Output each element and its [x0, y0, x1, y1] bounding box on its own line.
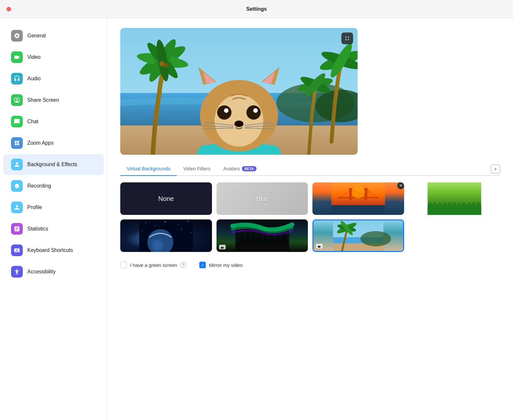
webcam-icon	[219, 245, 226, 249]
sidebar-label-background-effects: Background & Effects	[27, 162, 77, 167]
statistics-icon	[11, 223, 23, 235]
sidebar-label-video: Video	[27, 54, 41, 60]
recording-icon	[11, 180, 23, 192]
sidebar-item-background-effects[interactable]: Background & Effects	[3, 154, 104, 175]
background-grid: None Blur	[120, 182, 500, 252]
background-none[interactable]: None	[120, 182, 212, 215]
gear-icon	[11, 30, 23, 42]
mirror-video-checkbox[interactable]: ✓	[199, 262, 206, 268]
title-bar: Settings	[0, 0, 513, 18]
add-background-button[interactable]	[491, 164, 500, 174]
green-screen-label: I have a green screen	[130, 262, 177, 268]
tab-avatars[interactable]: Avatars BETA	[217, 163, 263, 175]
sidebar-item-audio[interactable]: Audio	[3, 68, 104, 89]
sidebar-item-accessibility[interactable]: Accessibility	[3, 261, 104, 282]
svg-point-28	[217, 105, 231, 120]
keyboard-icon	[11, 244, 23, 256]
profile-icon	[11, 202, 23, 213]
content-area: Virtual Backgrounds Video Filters Avatar…	[107, 18, 513, 420]
svg-point-55	[142, 230, 143, 231]
beta-badge: BETA	[242, 166, 256, 171]
zoom-apps-icon	[11, 137, 23, 149]
svg-point-31	[253, 108, 258, 113]
sidebar-label-share-screen: Share Screen	[27, 97, 59, 103]
sidebar-item-keyboard-shortcuts[interactable]: Keyboard Shortcuts	[3, 240, 104, 261]
sidebar-item-video[interactable]: Video	[3, 47, 104, 68]
webcam-beach-icon	[316, 244, 322, 248]
svg-rect-61	[235, 244, 289, 252]
audio-icon	[11, 73, 23, 85]
remove-san-francisco-button[interactable]: ✕	[397, 182, 404, 189]
sidebar-label-keyboard-shortcuts: Keyboard Shortcuts	[27, 247, 73, 253]
mirror-video-label: Mirror my video	[209, 262, 243, 268]
bottom-options: I have a green screen ? ✓ Mirror my vide…	[120, 262, 500, 268]
sidebar-label-audio: Audio	[27, 76, 41, 82]
sidebar-label-statistics: Statistics	[27, 226, 48, 232]
video-icon	[11, 51, 23, 63]
chat-icon	[11, 116, 23, 127]
tab-virtual-backgrounds[interactable]: Virtual Backgrounds	[120, 163, 177, 175]
svg-rect-45	[349, 188, 352, 190]
sidebar-label-accessibility: Accessibility	[27, 269, 56, 275]
background-aurora[interactable]	[217, 219, 308, 252]
main-layout: General Video Audio	[0, 18, 513, 420]
background-san-francisco[interactable]: ✕ San Francisco	[312, 182, 404, 215]
sidebar-item-chat[interactable]: Chat	[3, 111, 104, 132]
tab-video-filters[interactable]: Video Filters	[177, 163, 217, 175]
background-blur[interactable]: Blur	[217, 182, 308, 215]
sidebar-label-profile: Profile	[27, 204, 42, 210]
accessibility-icon	[11, 266, 23, 278]
svg-point-53	[178, 224, 178, 225]
svg-point-56	[181, 229, 182, 230]
background-grass[interactable]	[409, 182, 500, 215]
svg-point-0	[15, 184, 19, 188]
sidebar-item-profile[interactable]: Profile	[3, 197, 104, 218]
sidebar-item-statistics[interactable]: Statistics	[3, 218, 104, 239]
sidebar-label-general: General	[27, 33, 46, 39]
svg-point-30	[224, 108, 229, 113]
svg-point-54	[188, 221, 188, 221]
green-screen-checkbox[interactable]	[120, 262, 127, 268]
background-space[interactable]	[120, 219, 212, 252]
svg-point-51	[155, 226, 156, 226]
svg-point-57	[191, 232, 191, 233]
svg-point-29	[246, 105, 261, 120]
sidebar-item-zoom-apps[interactable]: Zoom Apps	[3, 133, 104, 153]
window-title: Settings	[246, 6, 267, 12]
sidebar-label-zoom-apps: Zoom Apps	[27, 140, 54, 146]
sidebar-label-chat: Chat	[27, 119, 38, 125]
svg-point-52	[165, 222, 165, 222]
background-effects-icon	[11, 159, 23, 170]
sidebar-item-share-screen[interactable]: Share Screen	[3, 90, 104, 111]
tabs-row: Virtual Backgrounds Video Filters Avatar…	[120, 163, 500, 176]
sidebar-label-recording: Recording	[27, 183, 51, 189]
share-screen-icon	[11, 94, 23, 106]
svg-rect-41	[331, 205, 385, 215]
close-button[interactable]	[7, 7, 11, 11]
svg-rect-44	[364, 189, 367, 200]
help-icon[interactable]: ?	[180, 262, 186, 268]
blur-label: Blur	[256, 195, 268, 203]
svg-point-33	[235, 121, 243, 126]
video-preview	[120, 28, 358, 155]
svg-point-50	[145, 222, 146, 223]
none-label: None	[158, 195, 174, 203]
svg-point-47	[352, 186, 365, 199]
sidebar-item-recording[interactable]: Recording	[3, 176, 104, 196]
svg-rect-46	[364, 188, 368, 190]
sidebar-item-general[interactable]: General	[3, 25, 104, 46]
mirror-video-option: ✓ Mirror my video	[199, 262, 243, 268]
green-screen-option: I have a green screen ?	[120, 262, 186, 268]
fullscreen-button[interactable]	[341, 33, 353, 44]
background-beach-selected[interactable]	[312, 219, 404, 252]
sidebar: General Video Audio	[0, 18, 107, 420]
svg-point-76	[361, 231, 391, 246]
